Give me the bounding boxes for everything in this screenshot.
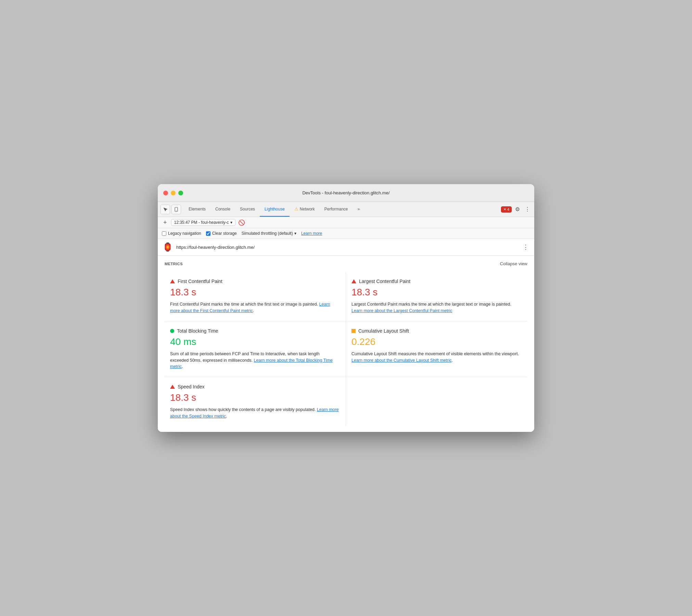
mobile-icon[interactable]	[171, 205, 181, 214]
metric-speed-index: Speed Index 18.3 s Speed Index shows how…	[165, 377, 346, 426]
throttle-dropdown-arrow[interactable]: ▾	[294, 231, 296, 236]
cls-value: 0.226	[351, 336, 521, 347]
metric-fcp: First Contentful Paint 18.3 s First Cont…	[165, 272, 346, 321]
fcp-description: First Contentful Paint marks the time at…	[170, 301, 339, 314]
tab-sources[interactable]: Sources	[235, 202, 260, 217]
error-badge[interactable]: ✕ 4	[501, 206, 512, 213]
session-info[interactable]: 12:35:47 PM - foul-heavenly-c ▾	[171, 219, 235, 226]
cls-learn-more-link[interactable]: Learn more about the Cumulative Layout S…	[351, 358, 452, 363]
clear-storage-label: Clear storage	[212, 231, 237, 236]
fcp-indicator-icon	[170, 279, 175, 283]
more-options-icon[interactable]: ⋮	[523, 205, 531, 214]
metric-lcp: Largest Contentful Paint 18.3 s Largest …	[346, 272, 527, 321]
clear-storage-checkbox[interactable]	[206, 231, 210, 236]
cls-description: Cumulative Layout Shift measures the mov…	[351, 351, 521, 364]
si-value: 18.3 s	[170, 392, 339, 403]
cls-indicator-icon	[351, 329, 356, 333]
lcp-learn-more-link[interactable]: Learn more about the Largest Contentful …	[351, 308, 452, 313]
settings-icon[interactable]: ⚙	[514, 205, 521, 214]
legacy-nav-checkbox[interactable]	[162, 231, 166, 236]
session-dropdown-arrow: ▾	[230, 220, 232, 225]
si-indicator-icon	[170, 385, 175, 389]
titlebar: DevTools - foul-heavenly-direction.glitc…	[158, 184, 534, 202]
legacy-nav-checkbox-item[interactable]: Legacy navigation	[162, 231, 201, 236]
page-url: https://foul-heavenly-direction.glitch.m…	[176, 245, 255, 250]
tbt-name: Total Blocking Time	[177, 328, 218, 334]
collapse-view-button[interactable]: Collapse view	[500, 261, 527, 266]
tab-network[interactable]: ⚠ Network	[290, 202, 320, 217]
tab-elements[interactable]: Elements	[184, 202, 210, 217]
error-x-icon: ✕	[503, 207, 506, 211]
cls-header: Cumulative Layout Shift	[351, 328, 521, 334]
network-warning-icon: ⚠	[294, 206, 298, 211]
tabbar-left-icons	[161, 205, 181, 214]
lcp-value: 18.3 s	[351, 287, 521, 298]
options-bar: Legacy navigation Clear storage Simulate…	[158, 228, 534, 239]
tab-more[interactable]: »	[353, 202, 365, 217]
metrics-title: METRICS	[165, 262, 183, 266]
window-title: DevTools - foul-heavenly-direction.glitc…	[302, 190, 389, 195]
svg-point-1	[176, 210, 177, 211]
metric-tbt: Total Blocking Time 40 ms Sum of all tim…	[165, 321, 346, 377]
throttle-text: Simulated throttling (default)	[242, 231, 293, 236]
fcp-name: First Contentful Paint	[178, 279, 222, 284]
tab-console[interactable]: Console	[210, 202, 235, 217]
learn-more-link[interactable]: Learn more	[301, 231, 322, 236]
metric-cls: Cumulative Layout Shift 0.226 Cumulative…	[346, 321, 527, 377]
toolbar: + 12:35:47 PM - foul-heavenly-c ▾ 🚫	[158, 217, 534, 228]
si-name: Speed Index	[178, 384, 205, 389]
session-time-label: 12:35:47 PM - foul-heavenly-c	[174, 220, 229, 225]
tbt-description: Sum of all time periods between FCP and …	[170, 351, 339, 370]
url-left: 🏮 https://foul-heavenly-direction.glitch…	[163, 242, 255, 252]
tabbar: Elements Console Sources Lighthouse ⚠ Ne…	[158, 202, 534, 217]
lcp-indicator-icon	[351, 279, 356, 283]
maximize-button[interactable]	[178, 191, 183, 195]
block-icon[interactable]: 🚫	[238, 219, 245, 226]
minimize-button[interactable]	[171, 191, 176, 195]
fcp-header: First Contentful Paint	[170, 279, 339, 284]
fcp-value: 18.3 s	[170, 287, 339, 298]
tab-performance[interactable]: Performance	[320, 202, 353, 217]
metrics-grid: First Contentful Paint 18.3 s First Cont…	[165, 272, 527, 426]
metric-empty-cell	[346, 377, 527, 426]
url-more-options-icon[interactable]: ⋮	[523, 243, 529, 251]
close-button[interactable]	[163, 191, 168, 195]
tbt-indicator-icon	[170, 329, 174, 333]
metrics-header: METRICS Collapse view	[165, 261, 527, 266]
si-header: Speed Index	[170, 384, 339, 389]
clear-storage-checkbox-item[interactable]: Clear storage	[206, 231, 237, 236]
lcp-description: Largest Contentful Paint marks the time …	[351, 301, 521, 314]
legacy-nav-label: Legacy navigation	[168, 231, 201, 236]
main-content: METRICS Collapse view First Contentful P…	[158, 256, 534, 432]
cls-name: Cumulative Layout Shift	[358, 328, 409, 334]
si-description: Speed Index shows how quickly the conten…	[170, 407, 339, 420]
tab-lighthouse[interactable]: Lighthouse	[260, 202, 290, 217]
throttle-label: Simulated throttling (default) ▾	[242, 231, 296, 236]
lcp-header: Largest Contentful Paint	[351, 279, 521, 284]
window-controls	[163, 191, 183, 195]
add-session-button[interactable]: +	[162, 219, 168, 226]
lcp-name: Largest Contentful Paint	[359, 279, 410, 284]
tabs: Elements Console Sources Lighthouse ⚠ Ne…	[184, 202, 501, 217]
url-bar: 🏮 https://foul-heavenly-direction.glitch…	[158, 239, 534, 256]
tbt-header: Total Blocking Time	[170, 328, 339, 334]
tabbar-right-actions: ✕ 4 ⚙ ⋮	[501, 205, 531, 214]
error-count: 4	[507, 207, 509, 211]
devtools-window: DevTools - foul-heavenly-direction.glitc…	[158, 184, 534, 432]
cursor-icon[interactable]	[161, 205, 170, 214]
lighthouse-logo-icon: 🏮	[163, 242, 173, 252]
tbt-value: 40 ms	[170, 336, 339, 347]
